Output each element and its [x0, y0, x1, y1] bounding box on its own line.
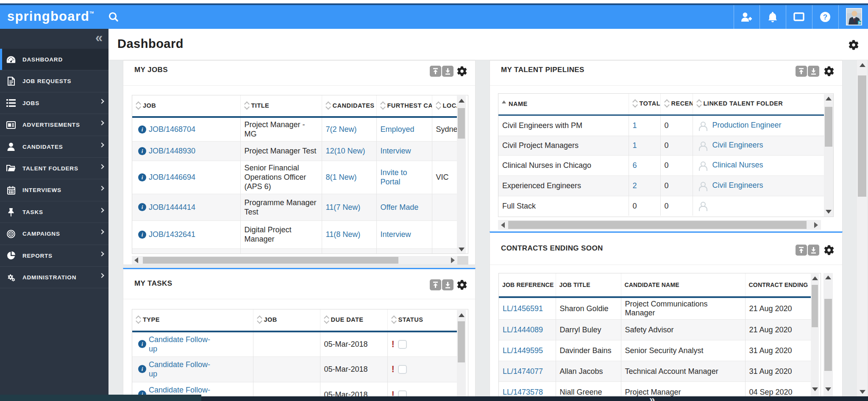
svg-text:?: ?	[823, 13, 827, 21]
svg-text:in: in	[858, 21, 861, 24]
